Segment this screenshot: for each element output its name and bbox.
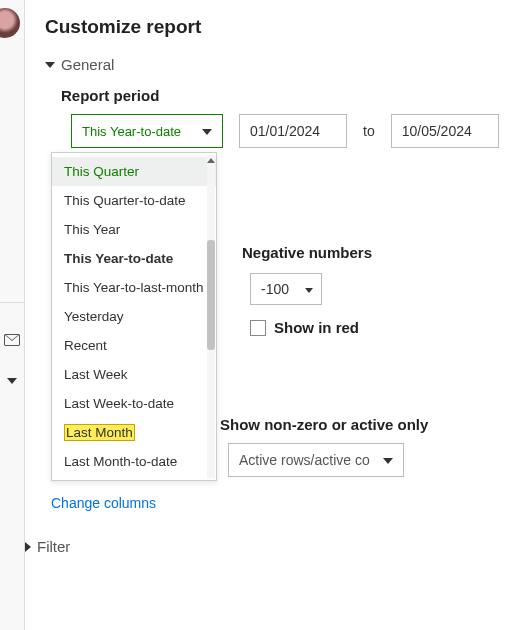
show-in-red-row: Show in red	[250, 319, 372, 336]
section-filter[interactable]: Filter	[25, 538, 70, 555]
rail-divider	[0, 302, 25, 303]
scroll-up-icon[interactable]	[207, 158, 215, 163]
report-period-selected: This Year-to-date	[82, 124, 181, 139]
dropdown-option[interactable]: Last Month	[52, 418, 216, 447]
avatar[interactable]	[0, 8, 20, 38]
section-label: General	[61, 56, 114, 73]
dropdown-option[interactable]: Last Month-to-date	[52, 447, 216, 476]
dropdown-option[interactable]: This Quarter-to-date	[52, 186, 216, 215]
chevron-right-icon	[25, 542, 31, 552]
chevron-down-icon[interactable]	[7, 378, 17, 384]
negative-numbers-section: Negative numbers -100 Show in red	[242, 244, 372, 336]
dropdown-option[interactable]: This Year-to-last-month	[52, 273, 216, 302]
chevron-down-icon	[45, 62, 55, 68]
report-period-row: This Year-to-date 01/01/2024 to 10/05/20…	[71, 114, 507, 148]
report-period-select[interactable]: This Year-to-date	[71, 114, 223, 148]
dropdown-option[interactable]: This Quarter	[52, 157, 216, 186]
date-to-input[interactable]: 10/05/2024	[391, 114, 499, 148]
scrollbar-thumb[interactable]	[207, 240, 215, 350]
report-period-dropdown: This QuarterThis Quarter-to-dateThis Yea…	[51, 152, 217, 481]
scrollbar-track[interactable]	[207, 155, 215, 478]
caret-down-icon	[305, 288, 313, 293]
dropdown-option[interactable]: Recent	[52, 331, 216, 360]
show-in-red-label: Show in red	[274, 319, 359, 336]
dropdown-option[interactable]: This Year-to-date	[52, 244, 216, 273]
left-rail	[0, 0, 25, 630]
dropdown-option[interactable]: Last Week-to-date	[52, 389, 216, 418]
dropdown-option[interactable]: This Year	[52, 215, 216, 244]
report-period-label: Report period	[61, 87, 507, 104]
show-in-red-checkbox[interactable]	[250, 320, 266, 336]
caret-down-icon	[383, 458, 393, 464]
mail-icon[interactable]	[4, 334, 20, 346]
nonzero-label: Show non-zero or active only	[220, 416, 428, 433]
dropdown-option[interactable]: Last Week	[52, 360, 216, 389]
panel-title: Customize report	[45, 16, 507, 38]
negative-numbers-select[interactable]: -100	[250, 273, 322, 305]
nonzero-select[interactable]: Active rows/active co	[228, 443, 404, 477]
dropdown-option[interactable]: Yesterday	[52, 302, 216, 331]
negative-numbers-label: Negative numbers	[242, 244, 372, 261]
section-label: Filter	[37, 538, 70, 555]
change-columns-link[interactable]: Change columns	[51, 495, 156, 511]
to-label: to	[363, 123, 375, 139]
nonzero-section: Show non-zero or active only Active rows…	[220, 416, 428, 477]
caret-down-icon	[202, 129, 212, 135]
date-from-input[interactable]: 01/01/2024	[239, 114, 347, 148]
section-general[interactable]: General	[45, 56, 507, 73]
